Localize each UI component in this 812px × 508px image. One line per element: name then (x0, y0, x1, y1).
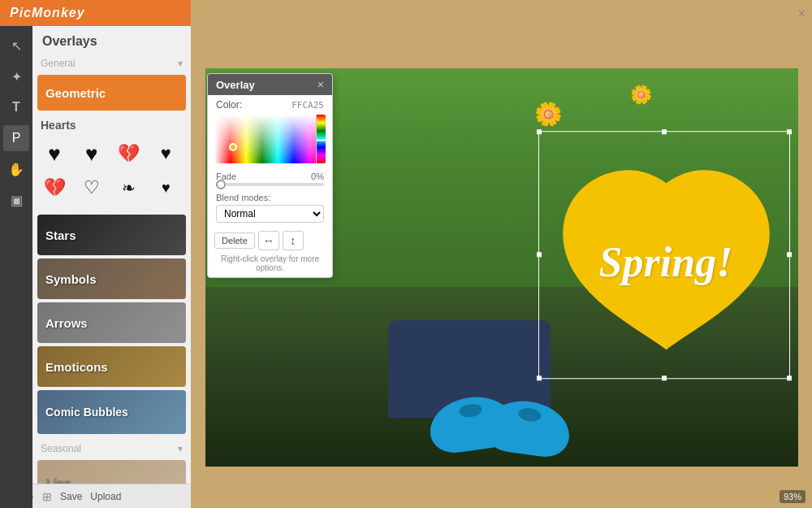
stars-category[interactable]: Stars (37, 215, 186, 255)
heart-item-8[interactable]: ♥ (150, 172, 181, 203)
color-label: Color: (216, 99, 242, 111)
close-button[interactable]: × (798, 7, 806, 21)
heart-item-3[interactable]: 💔 (114, 138, 145, 169)
general-label: General (41, 58, 76, 69)
color-picker[interactable] (214, 115, 326, 163)
heart-item-4[interactable]: ♥ (150, 138, 181, 169)
blend-modes-select[interactable]: Normal Multiply Screen Overlay (216, 205, 324, 223)
hearts-title: Hearts (39, 115, 184, 135)
heart-item-7[interactable]: ❧ (114, 172, 145, 203)
comic-bubbles-label: Comic Bubbles (37, 390, 186, 434)
topbar: PicMonkey (0, 0, 191, 26)
emoticons-label: Emoticons (37, 346, 186, 387)
flip-horizontal-button[interactable]: ↔ (258, 231, 279, 250)
overlay-popup-close[interactable]: × (317, 78, 324, 91)
symbols-category[interactable]: Symbols (37, 258, 186, 299)
color-value: FFCA25 (292, 100, 324, 111)
popup-buttons: Delete ↔ ↕ (208, 227, 332, 254)
fade-thumb[interactable] (216, 180, 226, 189)
geometric-category[interactable]: Geometric (37, 75, 186, 111)
overlay-popup: Overlay × Color: FFCA25 Fade 0% Blend mo… (207, 73, 333, 278)
overlay-popup-title: Overlay (216, 79, 255, 91)
save-button[interactable]: Save (60, 491, 82, 502)
upload-button[interactable]: Upload (90, 491, 121, 502)
daisy-1: 🌼 (534, 101, 563, 128)
seasonal-arrow: ▾ (178, 443, 183, 454)
arrows-label: Arrows (37, 302, 186, 343)
fade-slider[interactable] (216, 183, 324, 186)
app-title: PicMonkey (10, 6, 85, 20)
hue-indicator[interactable] (316, 139, 326, 141)
color-hue-strip[interactable] (316, 115, 326, 163)
overlay-icon[interactable]: P (3, 125, 29, 151)
touch-icon[interactable]: ✋ (3, 156, 29, 182)
seasonal-label: Seasonal (41, 443, 81, 454)
spring-text: Spring! (599, 238, 733, 286)
blend-modes-label: Blend modes: (216, 193, 324, 202)
overlays-panel: Overlays General ▾ Geometric Hearts ♥ ♥ … (32, 26, 191, 508)
flip-vertical-button[interactable]: ↕ (283, 231, 304, 250)
overlay-popup-header: Overlay × (208, 74, 332, 95)
frames-icon[interactable]: ▣ (3, 187, 29, 213)
text-icon[interactable]: T (3, 94, 29, 120)
comic-bubbles-category[interactable]: Comic Bubbles (37, 390, 186, 434)
zoom-indicator: 93% (780, 490, 806, 503)
heart-item-1[interactable]: ♥ (39, 138, 70, 169)
hearts-section: Hearts ♥ ♥ 💔 ♥ 💔 ♡ ❧ ♥ (32, 112, 191, 213)
stars-label: Stars (37, 215, 186, 255)
symbols-label: Symbols (37, 258, 186, 299)
geometric-label: Geometric (45, 86, 106, 100)
fade-row: Fade 0% (208, 168, 332, 189)
blend-modes-row: Blend modes: Normal Multiply Screen Over… (208, 189, 332, 227)
icon-strip: ↖ ✦ T P ✋ ▣ (0, 26, 32, 508)
layers-icon[interactable]: ⊞ (42, 490, 52, 503)
delete-button[interactable]: Delete (214, 232, 255, 249)
heart-item-2[interactable]: ♥ (76, 138, 107, 169)
seasonal-section-header[interactable]: Seasonal ▾ (32, 439, 191, 458)
heart-item-5[interactable]: 💔 (39, 172, 70, 203)
hearts-grid: ♥ ♥ 💔 ♥ 💔 ♡ ❧ ♥ (39, 135, 184, 206)
general-section-header[interactable]: General ▾ (32, 54, 191, 73)
heart-overlay[interactable]: Spring! (551, 146, 782, 378)
arrow-tool-icon[interactable]: ↖ (3, 33, 29, 59)
heart-item-6[interactable]: ♡ (76, 172, 107, 203)
arrows-category[interactable]: Arrows (37, 302, 186, 343)
emoticons-category[interactable]: Emoticons (37, 346, 186, 387)
daisy-2: 🌼 (630, 85, 652, 106)
right-click-hint: Right-click overlay for more options. (208, 254, 332, 277)
color-row: Color: FFCA25 (208, 95, 332, 115)
effects-icon[interactable]: ✦ (3, 63, 29, 89)
panel-title: Overlays (32, 26, 191, 54)
fade-value: 0% (311, 172, 324, 181)
general-arrow: ▾ (178, 58, 183, 69)
color-spectrum[interactable] (214, 115, 326, 163)
color-picker-dot[interactable] (229, 143, 237, 151)
